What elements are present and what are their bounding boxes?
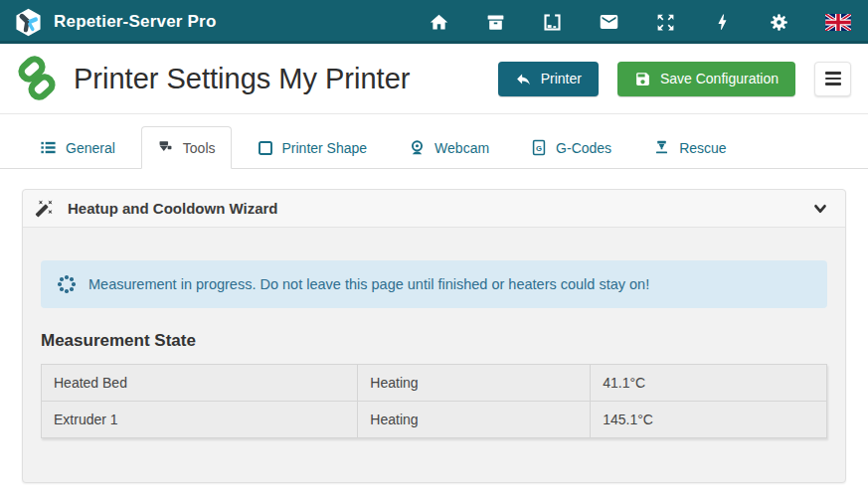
gcode-file-icon: G — [531, 139, 547, 156]
magic-wand-icon — [35, 199, 54, 218]
rescue-nozzle-icon — [653, 139, 670, 156]
panel-header-toggle[interactable]: Heatup and Cooldown Wizard — [23, 190, 845, 228]
top-navbar: Repetier-Server Pro — [0, 0, 868, 44]
connection-chain-icon — [13, 56, 59, 101]
settings-tabs: General Tools Printer Shape Webcam G G-C… — [0, 126, 868, 169]
tab-general[interactable]: General — [24, 126, 131, 169]
tab-label: G-Codes — [556, 140, 611, 156]
back-arrow-icon — [515, 71, 532, 87]
tab-gcodes[interactable]: G G-Codes — [515, 126, 627, 169]
alert-text: Measurement in progress. Do not leave th… — [88, 276, 649, 292]
save-button-label: Save Configuration — [660, 71, 779, 86]
messages-icon[interactable] — [599, 12, 619, 33]
tab-printer-shape[interactable]: Printer Shape — [242, 127, 384, 169]
global-settings-gear-icon[interactable] — [769, 12, 789, 33]
measurement-state-heading: Measurement State — [41, 331, 827, 351]
tab-label: Printer Shape — [282, 140, 368, 156]
brand-name: Repetier-Server Pro — [54, 12, 216, 32]
back-button-label: Printer — [541, 71, 582, 86]
measurement-progress-alert: Measurement in progress. Do not leave th… — [41, 260, 827, 308]
extruder-tool-icon — [157, 139, 174, 156]
chevron-down-icon — [811, 200, 829, 218]
header-buttons: Printer Save Configuration — [498, 62, 851, 96]
heater-state: Heating — [358, 365, 591, 402]
home-icon[interactable] — [429, 12, 449, 33]
panel-title: Heatup and Cooldown Wizard — [68, 200, 278, 217]
heater-name: Extruder 1 — [42, 402, 358, 438]
printer-frame-icon[interactable] — [542, 12, 563, 33]
measurement-state-table: Heated Bed Heating 41.1°C Extruder 1 Hea… — [41, 364, 827, 438]
heater-state: Heating — [358, 402, 591, 438]
page-title: Printer Settings My Printer — [74, 63, 410, 95]
fullscreen-icon[interactable] — [655, 12, 676, 33]
power-bolt-icon[interactable] — [712, 12, 733, 33]
navbar-icons — [429, 12, 853, 33]
hamburger-icon — [825, 72, 841, 75]
heater-name: Heated Bed — [42, 365, 358, 402]
save-configuration-button[interactable]: Save Configuration — [617, 62, 795, 96]
tab-label: Webcam — [434, 140, 489, 156]
panel-body: Measurement in progress. Do not leave th… — [23, 228, 845, 438]
save-icon — [634, 71, 651, 87]
queue-box-icon[interactable] — [485, 12, 506, 33]
tab-label: Rescue — [679, 140, 726, 156]
shape-square-icon — [258, 140, 273, 156]
tab-label: General — [66, 140, 115, 156]
spinner-icon — [58, 275, 76, 293]
list-icon — [40, 139, 57, 156]
heater-temperature: 41.1°C — [591, 365, 827, 402]
svg-text:G: G — [536, 144, 542, 153]
webcam-icon — [409, 139, 426, 156]
measurement-row-extruder-1: Extruder 1 Heating 145.1°C — [42, 402, 827, 438]
heatup-cooldown-wizard-panel: Heatup and Cooldown Wizard Measurement i… — [22, 189, 846, 483]
measurement-row-heated-bed: Heated Bed Heating 41.1°C — [42, 365, 827, 402]
heater-temperature: 145.1°C — [591, 402, 827, 438]
language-flag-uk-icon[interactable] — [825, 12, 851, 33]
page-header: Printer Settings My Printer Printer Save… — [0, 44, 868, 114]
brand[interactable]: Repetier-Server Pro — [13, 7, 216, 38]
tab-tools[interactable]: Tools — [141, 126, 232, 169]
app-logo-icon — [13, 7, 44, 38]
tab-rescue[interactable]: Rescue — [637, 126, 742, 169]
more-menu-button[interactable] — [814, 62, 851, 96]
tab-label: Tools — [183, 140, 216, 156]
back-to-printer-button[interactable]: Printer — [498, 62, 599, 96]
tab-webcam[interactable]: Webcam — [393, 126, 505, 169]
